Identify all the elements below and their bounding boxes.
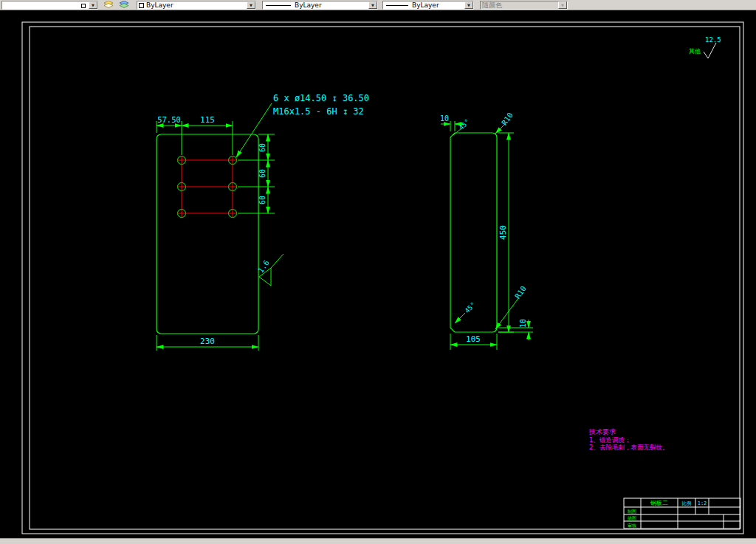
chevron-down-icon: ▼ [561, 1, 564, 9]
dim-57-50: 57.50 [157, 115, 181, 124]
dim-60-b: 60 [258, 169, 267, 178]
layer-combo[interactable]: ▼ [1, 1, 98, 10]
properties-toolbar: ▼ ByLayer ▼ ByLayer ▼ ByLayer ▼ 随颜色 ▼ [0, 0, 756, 10]
title-block: 钢板二 比例 1:2 制图 描图 审核 [624, 498, 740, 528]
layer-properties-button[interactable] [101, 0, 115, 10]
technical-requirements: 技术要求 1、锻造调质； 2、去除毛刺，表面无裂纹。 [588, 428, 668, 451]
title-block-row-1: 制图 [628, 509, 636, 514]
title-block-part-name: 钢板二 [650, 500, 668, 506]
chamfer-bottom-label: 45° [464, 301, 478, 315]
dim-10-bottom: 10 [519, 319, 527, 328]
r10-bottom-leader [495, 297, 519, 329]
dim-105: 105 [466, 334, 481, 344]
tech-req-item-2: 2、去除毛刺，表面无裂纹。 [589, 444, 668, 451]
plotstyle-combo-dropdown-button: ▼ [558, 1, 567, 9]
plotstyle-combo-value: 随颜色 [482, 1, 502, 9]
layer-states-button[interactable] [117, 0, 131, 10]
tech-req-title: 技术要求 [588, 428, 616, 435]
chevron-down-icon: ▼ [467, 1, 470, 9]
front-view: 57.50 115 60 60 60 6 x ø14.50 ↧ 36.50 M1… [157, 93, 369, 351]
general-roughness-value: 12.5 [705, 36, 721, 44]
dim-60-c: 60 [258, 196, 267, 204]
layer-states-icon [119, 1, 129, 9]
dim-450: 450 [498, 225, 508, 240]
status-strip [0, 538, 756, 544]
color-combo-value: ByLayer [146, 1, 173, 9]
chevron-down-icon: ▼ [250, 1, 252, 9]
linetype-combo[interactable]: ByLayer ▼ [262, 1, 378, 10]
color-combo[interactable]: ByLayer ▼ [137, 1, 256, 10]
hole-pattern-lines [177, 156, 237, 218]
front-top-dimension [157, 121, 233, 155]
linetype-sample-icon [266, 5, 291, 6]
general-roughness-note: 12.5 其他 [689, 36, 721, 58]
dim-230: 230 [200, 337, 215, 346]
chevron-down-icon: ▼ [371, 1, 374, 9]
layer-combo-dropdown-button[interactable]: ▼ [89, 1, 97, 9]
plotstyle-combo: 随颜色 ▼ [480, 1, 568, 10]
general-roughness-prefix: 其他 [689, 48, 701, 55]
lineweight-combo-value: ByLayer [412, 1, 439, 9]
title-block-scale-value: 1:2 [698, 500, 707, 506]
r10-top-label: R10 [500, 111, 514, 126]
dim-115: 115 [200, 115, 215, 125]
r10-bottom-label: R10 [513, 284, 527, 300]
side-corner-dimension [498, 320, 533, 340]
lineweight-combo[interactable]: ByLayer ▼ [382, 1, 474, 10]
dim-60-a: 60 [258, 143, 267, 152]
side-view: 10 45° R10 450 R10 10 45° [440, 111, 533, 350]
roughness-check-icon [704, 43, 716, 58]
color-combo-dropdown-button[interactable]: ▼ [247, 1, 255, 9]
drawing-svg: 57.50 115 60 60 60 6 x ø14.50 ↧ 36.50 M1… [0, 10, 756, 538]
title-block-row-3: 审核 [628, 523, 636, 528]
lineweight-sample-icon [386, 5, 408, 6]
title-block-scale-label: 比例 [682, 500, 692, 506]
dim-10-top: 10 [440, 114, 449, 123]
layer-color-swatch-icon [81, 4, 86, 8]
chevron-down-icon: ▼ [92, 1, 94, 9]
tech-req-item-1: 1、锻造调质； [589, 436, 630, 444]
title-block-row-2: 描图 [628, 515, 636, 521]
layers-icon [103, 1, 114, 9]
drawing-canvas[interactable]: 57.50 115 60 60 60 6 x ø14.50 ↧ 36.50 M1… [0, 10, 756, 538]
hole-note-line1: 6 x ø14.50 ↧ 36.50 [273, 93, 369, 103]
lineweight-combo-dropdown-button[interactable]: ▼ [464, 1, 473, 9]
drawing-frame [22, 22, 743, 534]
chamfer-bottom-leader [455, 313, 465, 323]
linetype-combo-dropdown-button[interactable]: ▼ [368, 1, 377, 9]
hole-note-line2: M16x1.5 - 6H ↧ 32 [273, 106, 364, 117]
chamfer-top-label: 45° [458, 118, 472, 132]
color-swatch-icon [139, 3, 144, 8]
linetype-combo-value: ByLayer [295, 1, 322, 9]
